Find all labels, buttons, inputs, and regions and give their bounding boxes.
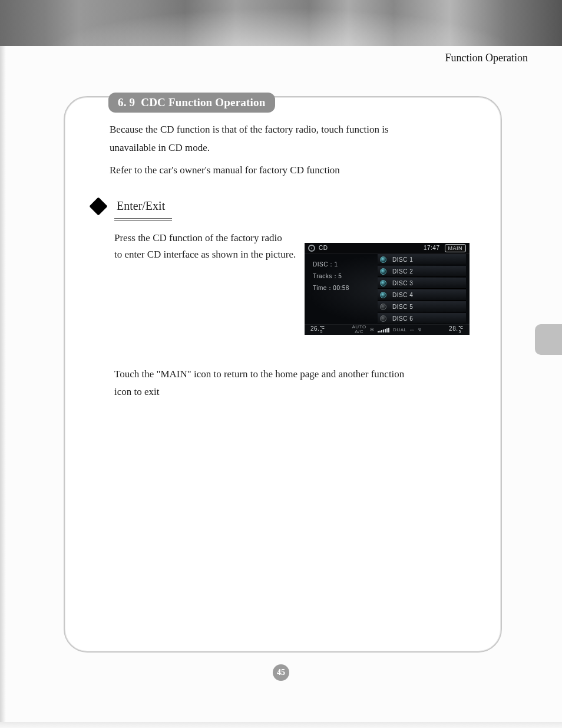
intro-line: Because the CD function is that of the f… — [110, 121, 481, 139]
page-number-badge: 45 — [273, 664, 289, 681]
double-underline — [114, 218, 172, 221]
disc-row[interactable]: DISC 1 — [378, 254, 466, 265]
disc-label: DISC 1 — [392, 256, 413, 263]
sc-mode-label: CD — [319, 245, 328, 251]
sc-clock: 17:47 — [424, 245, 440, 251]
disc-row[interactable]: DISC 3 — [378, 278, 466, 289]
sc-time-label: Time： — [313, 285, 333, 291]
disc-row[interactable]: DISC 2 — [378, 266, 466, 277]
subsection-paragraph-2: Touch the "MAIN" icon to return to the h… — [114, 365, 468, 401]
header-banner — [0, 0, 562, 46]
page-category-label: Function Operation — [445, 52, 528, 64]
page-left-shadow — [0, 46, 6, 728]
subsection-title: Enter/Exit — [117, 199, 165, 213]
cd-interface-screenshot: CD 17:47 MAIN DISC：1 Tracks：5 Time：00:58… — [305, 243, 470, 335]
sc-disc-label: DISC： — [313, 261, 334, 268]
section-heading-pill: 6. 9 CDC Function Operation — [108, 93, 275, 113]
sc-climate-center: AUTOA/C ✻ DUAL ⌓ ↯ — [352, 325, 422, 334]
section-number: 6. 9 — [118, 96, 135, 108]
intro-line: unavailable in CD mode. — [110, 139, 481, 157]
disc-label: DISC 4 — [392, 292, 413, 298]
disc-status-icon — [380, 292, 386, 298]
intro-line: Refer to the car's owner's manual for fa… — [110, 162, 481, 179]
disc-label: DISC 2 — [392, 268, 413, 275]
main-button[interactable]: MAIN — [445, 244, 467, 252]
diamond-bullet-icon — [89, 197, 107, 215]
sc-disc-value: 1 — [334, 261, 338, 268]
text-line: icon to exit — [114, 383, 468, 401]
section-title: CDC Function Operation — [141, 96, 265, 108]
disc-status-icon — [380, 280, 386, 286]
disc-row[interactable]: DISC 6 — [378, 313, 466, 324]
disc-label: DISC 3 — [392, 280, 413, 286]
text-line: Touch the "MAIN" icon to return to the h… — [114, 365, 468, 383]
sc-time-value: 00:58 — [333, 285, 349, 291]
page-number: 45 — [0, 664, 562, 681]
sc-temp-right: 28.℃5 — [449, 325, 464, 334]
disc-status-icon — [380, 256, 386, 263]
sc-tracks-label: Tracks： — [313, 273, 338, 279]
cd-icon — [308, 245, 315, 252]
disc-label: DISC 6 — [392, 315, 413, 322]
sc-info-panel: DISC：1 Tracks：5 Time：00:58 — [305, 254, 378, 324]
sc-temp-left: 26.℃5 — [310, 325, 325, 334]
sc-climate-bar: 26.℃5 AUTOA/C ✻ DUAL ⌓ ↯ 28.℃5 — [305, 324, 470, 335]
snowflake-icon: ✻ — [370, 327, 375, 332]
disc-status-icon — [380, 304, 386, 310]
fan-bars-icon — [378, 327, 389, 332]
sc-body: DISC：1 Tracks：5 Time：00:58 DISC 1 DISC 2… — [305, 254, 470, 324]
manual-page: Function Operation 6. 9 CDC Function Ope… — [0, 0, 562, 728]
sc-tracks-value: 5 — [338, 273, 342, 279]
disc-row[interactable]: DISC 4 — [378, 289, 466, 301]
page-bottom-shadow — [0, 722, 562, 728]
sc-disc-list: DISC 1 DISC 2 DISC 3 DISC 4 DISC 5 DISC … — [378, 254, 470, 324]
disc-status-icon — [380, 315, 386, 322]
disc-row[interactable]: DISC 5 — [378, 301, 466, 312]
airflow-icon: ↯ — [418, 327, 422, 332]
subsection-heading: Enter/Exit — [92, 199, 165, 213]
side-thumb-tab — [535, 324, 562, 355]
defrost-icon: ⌓ — [410, 327, 414, 332]
sc-status-bar: CD 17:47 MAIN — [305, 243, 470, 254]
intro-paragraph: Because the CD function is that of the f… — [110, 121, 481, 180]
disc-status-icon — [380, 268, 386, 275]
disc-label: DISC 5 — [392, 304, 413, 310]
